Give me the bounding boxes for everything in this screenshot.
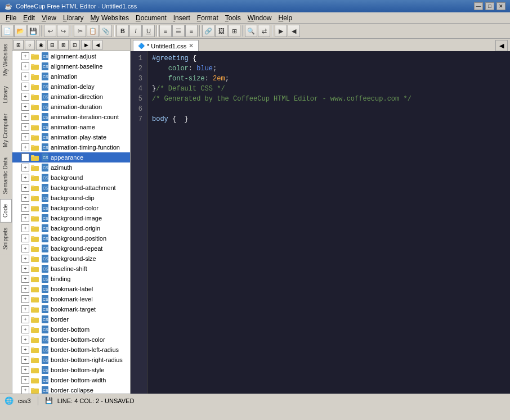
tree-item[interactable]: + CSS border-bottom-right-radius: [12, 355, 130, 365]
menu-document[interactable]: Document: [132, 13, 170, 23]
tree-expand-icon[interactable]: +: [21, 366, 29, 374]
editor-tab-untitled1[interactable]: 🔷 * Untitled1.css ✕: [133, 40, 199, 51]
code-content[interactable]: #greeting { color: blue; font-size: 2em;…: [147, 51, 510, 394]
sidebar-tab-semantic-data[interactable]: Semantic Data: [0, 152, 12, 200]
tb-find[interactable]: 🔍: [245, 25, 257, 37]
tree-tb-btn-7[interactable]: ▶: [81, 40, 91, 50]
sidebar-tab-my-websites[interactable]: My Websites: [0, 39, 12, 81]
tree-item[interactable]: + CSS border-bottom: [12, 324, 130, 335]
tree-expand-icon[interactable]: +: [21, 285, 29, 293]
tb-bold[interactable]: B: [117, 25, 129, 37]
tree-item[interactable]: + CSS background-image: [12, 213, 130, 223]
tree-expand-icon[interactable]: +: [21, 245, 29, 252]
tree-expand-icon[interactable]: +: [21, 265, 29, 273]
tree-item[interactable]: + CSS animation-direction: [12, 92, 130, 102]
tb-undo[interactable]: ↩: [44, 25, 56, 37]
tree-expand-icon[interactable]: +: [21, 315, 29, 323]
minimize-button[interactable]: —: [474, 2, 483, 10]
tree-item[interactable]: + CSS animation-name: [12, 122, 130, 132]
sidebar-tab-snippets[interactable]: Snippets: [0, 223, 12, 255]
tb-save[interactable]: 💾: [27, 25, 39, 37]
tree-item[interactable]: + CSS bookmark-target: [12, 304, 130, 314]
tree-item[interactable]: + CSS alignment-adjust: [12, 51, 130, 61]
tree-item[interactable]: + CSS background: [12, 173, 130, 183]
tree-item[interactable]: + CSS border-bottom-left-radius: [12, 345, 130, 355]
tree-tb-btn-4[interactable]: ⊟: [47, 40, 57, 50]
tree-expand-icon[interactable]: +: [21, 73, 29, 80]
tb-open[interactable]: 📂: [14, 25, 26, 37]
tree-item[interactable]: + CSS bookmark-level: [12, 294, 130, 304]
tree-item[interactable]: + CSS bookmark-label: [12, 284, 130, 294]
tree-tb-btn-1[interactable]: ⊞: [14, 40, 24, 50]
tree-expand-icon[interactable]: +: [21, 336, 29, 344]
tree-item[interactable]: + CSS background-repeat: [12, 243, 130, 254]
tree-item[interactable]: + CSS background-color: [12, 203, 130, 213]
tree-item[interactable]: + CSS azimuth: [12, 162, 130, 173]
menu-view[interactable]: View: [38, 13, 60, 23]
tree-expand-icon[interactable]: +: [21, 214, 29, 222]
tree-item[interactable]: + CSS animation-iteration-count: [12, 112, 130, 122]
tree-expand-icon[interactable]: +: [21, 376, 29, 384]
tree-item[interactable]: + CSS background-clip: [12, 193, 130, 203]
tree-expand-icon[interactable]: +: [21, 346, 29, 354]
tree-item[interactable]: + CSS baseline-shift: [12, 264, 130, 274]
tree-tb-btn-3[interactable]: ◉: [36, 40, 46, 50]
tree-expand-icon[interactable]: +: [21, 255, 29, 263]
menu-help[interactable]: Help: [275, 13, 296, 23]
tree-tb-btn-5[interactable]: ⊠: [59, 40, 69, 50]
tree-expand-icon[interactable]: +: [21, 234, 29, 242]
tree-expand-icon[interactable]: +: [21, 52, 29, 60]
tree-expand-icon[interactable]: +: [21, 326, 29, 333]
tb-list-ol[interactable]: ≡: [185, 25, 198, 37]
tb-image[interactable]: 🖼: [215, 25, 227, 37]
tb-list-ul[interactable]: ☰: [172, 25, 185, 37]
tree-tb-btn-8[interactable]: ◀: [92, 40, 102, 50]
tree-expand-icon[interactable]: +: [21, 133, 29, 141]
tree-item[interactable]: + CSS border-bottom-color: [12, 335, 130, 345]
tree-item[interactable]: + CSS background-position: [12, 233, 130, 243]
tb-cut[interactable]: ✂: [74, 25, 86, 37]
tree-expand-icon[interactable]: +: [21, 386, 29, 394]
menu-file[interactable]: File: [2, 13, 20, 23]
tree-item[interactable]: + CSS border-bottom-style: [12, 365, 130, 375]
tb-paste[interactable]: 📎: [100, 25, 112, 37]
menu-edit[interactable]: Edit: [20, 13, 38, 23]
tree-expand-icon[interactable]: +: [21, 224, 29, 232]
tree-item[interactable]: + CSS border: [12, 314, 130, 324]
tb-redo[interactable]: ↪: [57, 25, 69, 37]
tb-align[interactable]: ≡: [159, 25, 172, 37]
tree-expand-icon[interactable]: +: [21, 93, 29, 101]
tree-expand-icon[interactable]: +: [21, 123, 29, 131]
tree-expand-icon[interactable]: +: [21, 113, 29, 121]
tree-item[interactable]: + CSS binding: [12, 274, 130, 284]
tree-tb-btn-2[interactable]: ○: [25, 40, 35, 50]
menu-insert[interactable]: Insert: [170, 13, 194, 23]
menu-format[interactable]: Format: [194, 13, 222, 23]
tree-item[interactable]: + CSS animation: [12, 71, 130, 82]
tree-expand-icon[interactable]: +: [21, 305, 29, 313]
tree-expand-icon[interactable]: +: [21, 164, 29, 171]
tree-item[interactable]: + CSS border-bottom-width: [12, 375, 130, 385]
sidebar-tab-library[interactable]: Library: [0, 81, 12, 109]
tb-italic[interactable]: I: [129, 25, 142, 37]
tb-extra1[interactable]: ▶: [275, 25, 287, 37]
tree-expand-icon[interactable]: +: [21, 204, 29, 212]
tree-item[interactable]: + CSS border-collapse: [12, 385, 130, 394]
tb-table[interactable]: ⊞: [228, 25, 240, 37]
tb-link[interactable]: 🔗: [202, 25, 214, 37]
tree-tb-btn-6[interactable]: ⊡: [70, 40, 80, 50]
tb-underline[interactable]: U: [142, 25, 155, 37]
tree-item[interactable]: + CSS background-attachment: [12, 183, 130, 193]
tree-expand-icon[interactable]: +: [21, 295, 29, 303]
nav-back-button[interactable]: ◀: [495, 40, 508, 51]
tree-item[interactable]: + CSS animation-delay: [12, 82, 130, 92]
tree-item[interactable]: + CSS alignment-baseline: [12, 61, 130, 71]
tree-expand-icon[interactable]: +: [21, 194, 29, 202]
sidebar-tab-my-computer[interactable]: My Computer: [0, 109, 12, 152]
tree-item[interactable]: + CSS animation-duration: [12, 102, 130, 112]
tree-expand-icon[interactable]: +: [21, 103, 29, 111]
tree-item[interactable]: + CSS background-size: [12, 254, 130, 264]
tree-item[interactable]: + CSS animation-play-state: [12, 132, 130, 142]
tree-expand-icon[interactable]: +: [21, 184, 29, 192]
menu-my-websites[interactable]: My Websites: [87, 13, 132, 23]
